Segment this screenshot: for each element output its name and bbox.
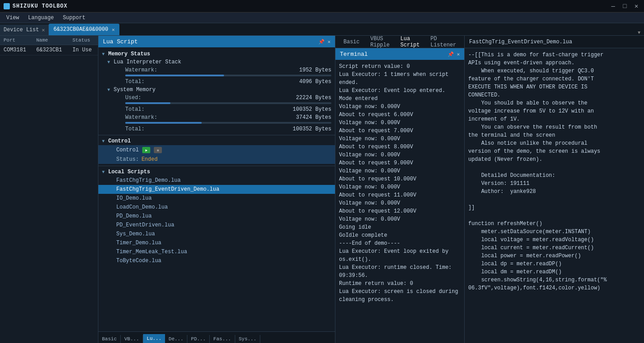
main-layout: Port Name Status COM3181 6&323CB1 In Use…	[0, 36, 644, 343]
sys-watermark-bar-container	[125, 122, 331, 124]
memory-status-arrow: ▼	[102, 52, 106, 57]
lua-watermark-value: 1952 Bytes	[163, 67, 331, 73]
btab-vb[interactable]: VB...	[121, 335, 143, 343]
mid-tab-pd[interactable]: PD Listener	[426, 36, 461, 50]
lua-watermark-label: Watermark:	[125, 67, 161, 73]
device-list-tab-label: Device List	[4, 27, 39, 33]
device-port: COM3181	[0, 45, 33, 55]
script-file-1-active[interactable]: FastChgTrig_EventDriven_Demo.lua	[98, 185, 335, 194]
system-memory-label: System Memory	[114, 87, 156, 93]
app-icon	[4, 3, 10, 9]
divider-1	[98, 135, 335, 135]
script-file-7[interactable]: Timer_Demo.lua	[98, 238, 335, 247]
lua-watermark-bar-container	[125, 75, 331, 76]
sys-used-value: 22224 Bytes	[163, 95, 331, 101]
col-status: Status	[69, 36, 98, 45]
status-value: Ended	[141, 156, 157, 163]
memory-status-header[interactable]: ▼ Memory Status	[98, 50, 335, 58]
app-title: SHIZUKU TOOLBOX	[13, 3, 68, 9]
local-scripts-header[interactable]: ▼ Local Scripts	[98, 168, 335, 176]
three-col-layout: Lua Script 📌 ✕ ▼ Memory Status	[98, 36, 644, 343]
mid-tab-lua-active[interactable]: Lua Script	[396, 36, 424, 50]
device-row[interactable]: COM3181 6&323CB1 In Use	[0, 45, 98, 55]
mid-tab-basic[interactable]: Basic	[339, 38, 364, 46]
menu-view[interactable]: View	[2, 14, 24, 22]
menu-support[interactable]: Support	[58, 14, 89, 22]
script-file-5[interactable]: PD_EventDriven.lua	[98, 221, 335, 230]
sys-used-bar	[125, 102, 170, 104]
device-list-close[interactable]: ✕	[42, 27, 45, 33]
close-button[interactable]: ✕	[632, 2, 640, 10]
title-bar-controls: — □ ✕	[609, 2, 640, 10]
device-list-tab[interactable]: Device List ✕	[0, 25, 49, 35]
pin-icon[interactable]: 📌	[318, 39, 325, 45]
menu-language[interactable]: Language	[24, 14, 59, 22]
terminal-header: Terminal 📌 ✕	[335, 48, 464, 60]
tab-dropdown-arrow[interactable]: ▼	[638, 30, 640, 35]
top-tab-bar: Device List ✕ 6&323CB0AE&0&0000 ✕ ▼	[0, 23, 644, 36]
script-file-4[interactable]: PD_Demo.lua	[98, 212, 335, 221]
script-file-6[interactable]: Sys_Demo.lua	[98, 230, 335, 238]
sys-used-row: Used: 22224 Bytes	[104, 94, 335, 102]
btab-basic[interactable]: Basic	[98, 335, 121, 343]
close-panel-icon[interactable]: ✕	[327, 39, 330, 45]
title-bar: SHIZUKU TOOLBOX — □ ✕	[0, 0, 644, 13]
memory-status-label: Memory Status	[108, 51, 150, 57]
system-memory-header[interactable]: ▼ System Memory	[104, 86, 335, 94]
lua-panel: Lua Script 📌 ✕ ▼ Memory Status	[98, 36, 335, 343]
lua-watermark-row: Watermark: 1952 Bytes	[104, 66, 335, 74]
bottom-tab-bar: Basic VB... Lu... De... PD... Fas... Sys…	[98, 331, 335, 343]
play-button[interactable]: ▶	[142, 147, 150, 153]
script-file-8[interactable]: Timer_MemLeak_Test.lua	[98, 247, 335, 256]
title-bar-left: SHIZUKU TOOLBOX	[4, 3, 68, 9]
lua-total-label: Total:	[125, 79, 161, 85]
sys-used-label: Used:	[125, 95, 161, 101]
sys-total1-value: 100352 Bytes	[163, 106, 331, 113]
active-device-tab[interactable]: 6&323CB0AE&0&0000 ✕	[49, 24, 119, 35]
control-section-label: Control	[108, 138, 131, 144]
terminal-pin-icon[interactable]: 📌	[448, 51, 454, 57]
lua-stack-header[interactable]: ▼ Lua Interpreter Stack	[104, 58, 335, 66]
content-area: Lua Script 📌 ✕ ▼ Memory Status	[98, 36, 644, 343]
control-header[interactable]: ▼ Control	[98, 137, 335, 145]
btab-pd[interactable]: PD...	[187, 335, 210, 343]
code-content[interactable]: --[[This is a demo for fast-charge trigg…	[465, 48, 644, 343]
right-filename: FastChgTrig_EventDriven_Demo.lua	[469, 39, 572, 45]
device-name: 6&323CB1	[33, 45, 69, 55]
terminal-title: Terminal	[340, 51, 368, 58]
btab-sys[interactable]: Sys...	[235, 335, 261, 343]
script-file-3[interactable]: LoadCon_Demo.lua	[98, 203, 335, 212]
active-tab-close[interactable]: ✕	[112, 27, 115, 33]
sys-total2-value: 100352 Bytes	[163, 126, 331, 132]
maximize-button[interactable]: □	[621, 2, 629, 10]
mid-tab-bar: Basic VBUS Ripple Lua Script PD Listener	[335, 36, 464, 48]
lua-stack-section: ▼ Lua Interpreter Stack Watermark: 1952 …	[98, 58, 335, 86]
system-memory-arrow: ▼	[107, 88, 112, 92]
menu-bar: View Language Support	[0, 13, 644, 23]
mid-tab-vbus[interactable]: VBUS Ripple	[366, 36, 394, 50]
sys-used-bar-container	[125, 102, 331, 104]
local-scripts-arrow: ▼	[102, 170, 106, 175]
stop-button[interactable]: ■	[154, 147, 162, 153]
lua-total-value: 4096 Bytes	[163, 79, 331, 85]
sys-total2-label: Total:	[125, 126, 161, 132]
system-memory-section: ▼ System Memory Used: 22224 Bytes	[98, 86, 335, 133]
script-file-2[interactable]: IO_Demo.lua	[98, 194, 335, 203]
lua-stack-arrow: ▼	[107, 60, 112, 65]
terminal-close-icon[interactable]: ✕	[457, 51, 460, 57]
script-file-0[interactable]: FastChgTrig_Demo.lua	[98, 176, 335, 185]
btab-de[interactable]: De...	[165, 335, 187, 343]
control-label: Control	[116, 147, 139, 153]
right-panel-header: FastChgTrig_EventDriven_Demo.lua ▼	[465, 36, 644, 48]
btab-lu-active[interactable]: Lu...	[143, 334, 165, 343]
btab-fas[interactable]: Fas...	[210, 335, 235, 343]
minimize-button[interactable]: —	[609, 2, 617, 10]
control-arrow: ▼	[102, 139, 106, 144]
sys-watermark-bar	[125, 122, 202, 124]
sys-total2-row: Total: 100352 Bytes	[104, 125, 335, 133]
divider-2	[98, 166, 335, 166]
terminal-content[interactable]: Script return value: 0 Lua Executor: 1 t…	[335, 60, 464, 343]
status-row: Status: Ended	[98, 155, 335, 164]
sys-watermark-label: Watermark:	[125, 114, 161, 121]
script-file-9[interactable]: ToByteCode.lua	[98, 256, 335, 265]
